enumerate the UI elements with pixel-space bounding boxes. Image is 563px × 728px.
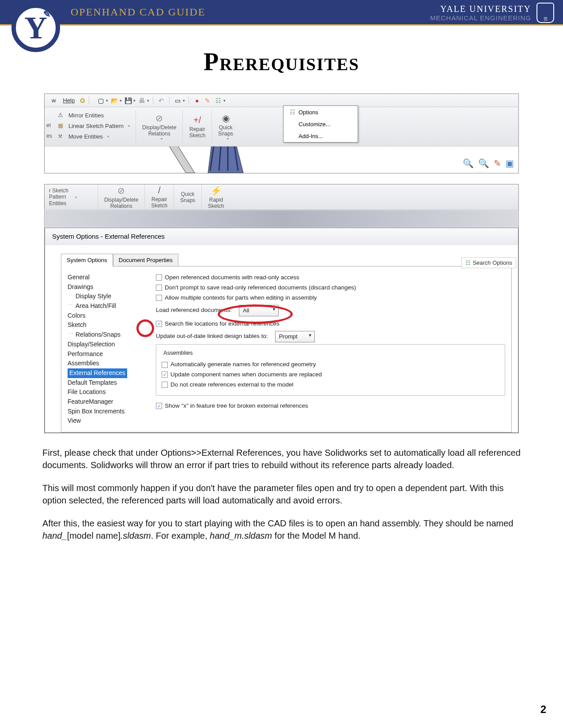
tree-colors[interactable]: Colors (68, 311, 143, 321)
tree-default-templates[interactable]: Default Templates (68, 378, 143, 388)
university-block: YALE UNIVERSITY MECHANICAL ENGINEERING (430, 3, 554, 23)
print-icon[interactable]: 🖶 (137, 96, 146, 105)
cb-dontprompt[interactable] (156, 285, 162, 291)
paragraph-2: This will most commonly happen if you do… (42, 482, 521, 507)
select-icon[interactable]: ▭ (173, 96, 182, 105)
repair-2[interactable]: /Repair Sketch (144, 184, 174, 210)
help-icon[interactable]: ✪ (78, 96, 87, 105)
linear-pattern-button[interactable]: ▦Linear Sketch Pattern▾ (58, 120, 136, 131)
menu-bar: w Help ✪ ▢▾ 📂▾ 💾▾ 🖶▾ ↶ ▭▾ ● ✎ ☷▾ (45, 94, 518, 107)
search-options-icon: ☷ (465, 259, 471, 266)
page-title: Prerequisites (0, 48, 563, 76)
cb-noext[interactable] (162, 382, 168, 388)
update-tables-label: Update out-of-date linked design tables … (156, 331, 268, 341)
tree-view[interactable]: View (68, 416, 143, 426)
zoom-fit-icon[interactable]: 🔍 (463, 158, 474, 169)
options-dropdown: ☷Options Customize... Add-Ins... (283, 105, 358, 143)
options-icon[interactable]: ☷ (214, 96, 223, 105)
annotation-circle-checkbox (136, 319, 154, 337)
tree-external-references[interactable]: External References (68, 368, 127, 378)
new-icon[interactable]: ▢ (96, 96, 105, 105)
repair-icon: +/ (193, 115, 201, 125)
rotate-icon[interactable]: ✎ (494, 158, 501, 169)
tree-assemblies[interactable]: Assemblies (68, 359, 143, 368)
rapid-icon: ⚡ (211, 185, 222, 196)
part-silhouette (159, 146, 257, 173)
settings-panel: Open referenced documents with read-only… (143, 273, 505, 426)
move-entities-button[interactable]: ⤱Move Entities▾ (58, 131, 136, 142)
cb-searchfile[interactable]: ✓ (156, 321, 162, 327)
save-icon[interactable]: 💾 (124, 96, 132, 105)
sketch-pattern-fragment: r Sketch Pattern▾ (49, 188, 93, 200)
pattern-icon: ▦ (58, 122, 66, 129)
addins-menuitem[interactable]: Add-Ins... (283, 130, 358, 142)
move-icon: ⤱ (58, 133, 66, 140)
update-tables-combo[interactable]: Prompt (275, 331, 315, 342)
mirror-entities-button[interactable]: ⚠Mirror Entities (58, 110, 136, 120)
tree-drawings[interactable]: Drawings (68, 282, 143, 292)
tree-spin-box[interactable]: Spin Box Increments (68, 407, 143, 417)
cb-readonly[interactable] (156, 274, 162, 281)
yale-logo: Y (11, 4, 60, 52)
body-text: First, please check that under Options>>… (42, 447, 521, 542)
university-name: YALE UNIVERSITY (430, 4, 531, 14)
repair-sketch-button[interactable]: +/Repair Sketch (182, 110, 212, 143)
tree-sketch[interactable]: Sketch (68, 320, 143, 330)
menu-help[interactable]: Help (63, 97, 75, 104)
undo-icon[interactable]: ↶ (157, 96, 166, 105)
rebuild-icon[interactable]: ✎ (203, 96, 212, 105)
tree-relations-snaps[interactable]: Relations/Snaps (68, 330, 143, 340)
tree-feature-manager[interactable]: FeatureManager (68, 397, 143, 407)
page-number: 2 (540, 703, 546, 716)
cb-multicontext[interactable] (156, 295, 162, 301)
open-icon[interactable]: 📂 (110, 96, 119, 105)
tree-display-style[interactable]: Display Style (68, 292, 143, 301)
solidworks-screenshot-1: w Help ✪ ▢▾ 📂▾ 💾▾ 🖶▾ ↶ ▭▾ ● ✎ ☷▾ (44, 94, 519, 173)
department-name: MECHANICAL ENGINEERING (430, 14, 531, 22)
cb-autogen[interactable] (162, 362, 168, 368)
paragraph-1: First, please check that under Options>>… (42, 447, 521, 471)
document-header: OPENHAND CAD GUIDE YALE UNIVERSITY MECHA… (0, 0, 563, 26)
tree-display-selection[interactable]: Display/Selection (68, 340, 143, 349)
options-menuitem[interactable]: ☷Options (283, 106, 358, 118)
entities-fragment: Entities (49, 200, 93, 206)
ribbon-2: r Sketch Pattern▾ Entities ⊘Display/Dele… (45, 184, 518, 210)
display-delete-button[interactable]: ⊘Display/Delete Relations▾ (136, 110, 182, 143)
customize-menuitem[interactable]: Customize... (283, 118, 358, 130)
cb-updatecomp[interactable]: ✓ (162, 372, 168, 378)
rapid-sketch-button[interactable]: ⚡Rapid Sketch (201, 184, 230, 210)
menu-w[interactable]: w (52, 97, 56, 104)
dialog-title: System Options - External References (45, 228, 518, 245)
quick-2[interactable]: Quick Snaps (174, 184, 201, 210)
search-options-button[interactable]: ☷ Search Options (461, 257, 516, 268)
section-icon[interactable]: ▣ (506, 158, 514, 169)
tree-area-hatch[interactable]: Area Hatch/Fill (68, 301, 143, 311)
cb-showx[interactable]: ✓ (156, 403, 162, 409)
standard-toolbar: ▢▾ 📂▾ 💾▾ 🖶▾ ↶ ▭▾ ● ✎ ☷▾ (96, 96, 226, 105)
system-options-dialog: System Options - External References ☷ S… (45, 228, 518, 433)
model-canvas: 🔍 🔍 ✎ ▣ (45, 146, 518, 173)
quick-snaps-button[interactable]: ◉Quick Snaps▾ (212, 110, 239, 143)
view-toolbar: 🔍 🔍 ✎ ▣ (463, 158, 514, 169)
annotation-circle-dropdown (218, 304, 293, 324)
tree-file-locations[interactable]: File Locations (68, 387, 143, 397)
tree-performance[interactable]: Performance (68, 349, 143, 359)
logo-letter: Y (24, 10, 47, 46)
dialog-tabs: System Options Document Properties (61, 254, 518, 266)
options-list-icon: ☷ (290, 109, 299, 116)
traffic-red-icon[interactable]: ● (193, 96, 201, 105)
ribbon: et es ⚠Mirror Entities ▦Linear Sketch Pa… (45, 107, 518, 146)
tree-general[interactable]: General (68, 273, 143, 282)
display-delete-2[interactable]: ⊘Display/Delete Relations (98, 184, 144, 210)
tab-document-properties[interactable]: Document Properties (113, 254, 178, 266)
zoom-area-icon[interactable]: 🔍 (478, 158, 489, 169)
paragraph-3: After this, the easiest way for you to s… (42, 517, 521, 542)
guide-title: OPENHAND CAD GUIDE (71, 6, 205, 18)
shield-icon (537, 3, 554, 23)
options-tree: General Drawings Display Style Area Hatc… (68, 273, 143, 426)
solidworks-screenshot-2: r Sketch Pattern▾ Entities ⊘Display/Dele… (44, 184, 519, 433)
svg-marker-0 (164, 146, 195, 173)
mirror-icon: ⚠ (58, 112, 66, 119)
tab-system-options[interactable]: System Options (61, 254, 113, 266)
blurred-background (45, 210, 518, 228)
